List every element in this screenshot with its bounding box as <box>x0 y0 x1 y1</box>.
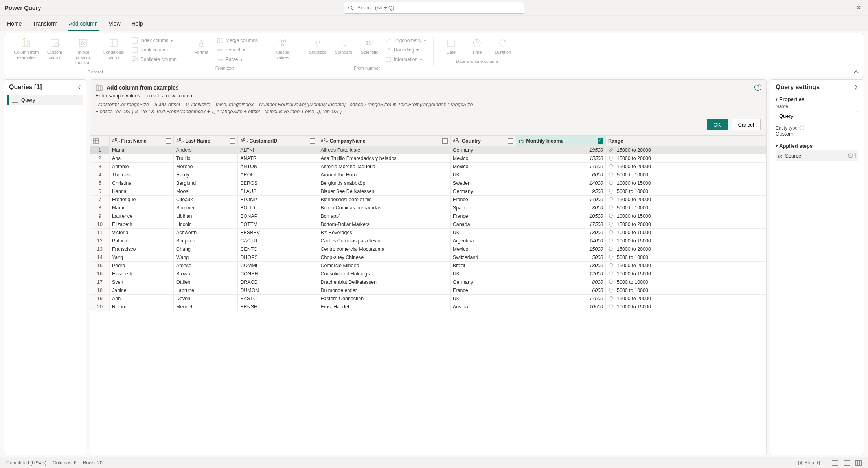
queries-collapse-button[interactable] <box>77 84 81 90</box>
cell-income[interactable]: 6000 <box>516 286 605 295</box>
cell-range[interactable]: 15000 to 20000 <box>606 245 766 253</box>
row-number[interactable]: 12 <box>90 237 110 245</box>
cell-first-name[interactable]: Ana <box>109 154 173 163</box>
row-number[interactable]: 15 <box>90 262 110 270</box>
cell-first-name[interactable]: Thomas <box>109 171 173 179</box>
data-table-scroll[interactable]: ABCFirst Name ABCLast Name ABCCustomerID… <box>90 136 766 455</box>
cell-income[interactable]: 17500 <box>516 163 605 171</box>
cell-company[interactable]: Consolidated Holdings <box>318 270 450 278</box>
cell-range[interactable]: 15000 to 20000 <box>606 262 766 270</box>
cell-company[interactable]: Comércio Mineiro <box>318 262 450 270</box>
cell-company[interactable]: B's Beverages <box>318 229 450 237</box>
cell-last-name[interactable]: Anders <box>174 146 238 154</box>
cell-income[interactable]: 8000 <box>516 278 605 286</box>
cell-income[interactable]: 17000 <box>516 196 605 204</box>
select-table-header[interactable] <box>90 136 110 146</box>
cell-country[interactable]: Sweden <box>450 179 516 187</box>
cell-income[interactable]: 12000 <box>516 270 605 278</box>
cell-last-name[interactable]: Brown <box>174 270 238 278</box>
view-columns-icon[interactable] <box>855 460 862 466</box>
settings-collapse-button[interactable] <box>854 84 858 90</box>
cell-country[interactable]: Germany <box>450 278 516 286</box>
cell-last-name[interactable]: Hardy <box>174 171 238 179</box>
row-number[interactable]: 9 <box>90 212 110 220</box>
table-row[interactable]: 4ThomasHardyAROUTAround the HornUK600050… <box>90 171 766 179</box>
standard-button[interactable]: +−÷× Standard <box>332 36 355 57</box>
table-row[interactable]: 10ElizabethLincolnBOTTMBottom-Dollar Mar… <box>90 220 766 229</box>
row-number[interactable]: 2 <box>90 154 110 163</box>
cell-country[interactable]: Brazil <box>450 262 516 270</box>
row-number[interactable]: 14 <box>90 253 110 262</box>
cell-range[interactable]: 5000 to 10000 <box>606 278 766 286</box>
cell-range[interactable]: 15000 to 20000 <box>606 146 766 154</box>
row-number[interactable]: 8 <box>90 204 110 212</box>
tab-home[interactable]: Home <box>6 18 22 31</box>
extract-button[interactable]: ABCExtract▾ <box>215 46 259 54</box>
cell-country[interactable]: France <box>450 286 516 295</box>
table-row[interactable]: 13FransciscoChangCENTCCentro comercial M… <box>90 245 766 253</box>
cell-company[interactable]: Cactus Comidas para llevar <box>318 237 450 245</box>
cell-customer-id[interactable]: DRACD <box>238 278 318 286</box>
table-row[interactable]: 14YangWangDHOPSChop-suey ChineseSwitzerl… <box>90 253 766 262</box>
table-row[interactable]: 11VictoriaAshworthBESBEVB's BeveragesUK1… <box>90 229 766 237</box>
cell-first-name[interactable]: Victoria <box>109 229 173 237</box>
cell-customer-id[interactable]: CONSH <box>238 270 318 278</box>
query-item[interactable]: Query <box>7 95 83 105</box>
cell-range[interactable]: 10000 to 15000 <box>606 212 766 220</box>
cell-last-name[interactable]: Chang <box>174 245 238 253</box>
table-row[interactable]: 18JanineLabruneDUMONDu monde entierFranc… <box>90 286 766 295</box>
search-box[interactable] <box>344 2 524 14</box>
cell-country[interactable]: Germany <box>450 187 516 196</box>
cell-company[interactable]: Blauer See Delikatessen <box>318 187 450 196</box>
cell-range[interactable]: 5000 to 10000 <box>606 253 766 262</box>
row-number[interactable]: 7 <box>90 196 110 204</box>
table-row[interactable]: 12PatricioSimpsonCACTUCactus Comidas par… <box>90 237 766 245</box>
row-number[interactable]: 10 <box>90 220 110 229</box>
col-first-name[interactable]: ABCFirst Name <box>109 136 173 146</box>
cell-company[interactable]: Centro comercial Moctezuma <box>318 245 450 253</box>
cell-customer-id[interactable]: ALFKI <box>238 146 318 154</box>
col-range[interactable]: Range <box>606 136 766 146</box>
step-prev-icon[interactable] <box>798 461 802 465</box>
table-row[interactable]: 15PedroAfonsoCOMMIComércio MineiroBrazil… <box>90 262 766 270</box>
cell-first-name[interactable]: Janine <box>109 286 173 295</box>
cell-last-name[interactable]: Ashworth <box>174 229 238 237</box>
row-number[interactable]: 20 <box>90 303 110 311</box>
cell-customer-id[interactable]: BONAP <box>238 212 318 220</box>
cell-customer-id[interactable]: BESBEV <box>238 229 318 237</box>
cell-last-name[interactable]: Citeaux <box>174 196 238 204</box>
column-toggle[interactable] <box>230 138 235 144</box>
col-country[interactable]: ABCCountry <box>450 136 516 146</box>
table-row[interactable]: 2AnaTrujilloANATRAna Trujillo Emaredados… <box>90 154 766 163</box>
row-number[interactable]: 11 <box>90 229 110 237</box>
table-row[interactable]: 20RolandMendelERNSHErnst HandelAustria10… <box>90 303 766 311</box>
conditional-column-button[interactable]: Conditional column <box>99 36 128 62</box>
cell-country[interactable]: Mexico <box>450 163 516 171</box>
cell-last-name[interactable]: Mendel <box>174 303 238 311</box>
cell-range[interactable]: 5000 to 10000 <box>606 286 766 295</box>
cell-country[interactable]: UK <box>450 229 516 237</box>
column-toggle[interactable] <box>598 138 603 144</box>
cell-range[interactable]: 10000 to 15000 <box>606 237 766 245</box>
row-number[interactable]: 13 <box>90 245 110 253</box>
row-number[interactable]: 3 <box>90 163 110 171</box>
index-column-button[interactable]: Index column▾ <box>130 37 178 44</box>
cell-first-name[interactable]: Laurence <box>109 212 173 220</box>
search-input[interactable] <box>357 4 520 11</box>
query-name-input[interactable] <box>776 111 858 121</box>
date-button[interactable]: Date <box>439 36 463 57</box>
cell-last-name[interactable]: Simpson <box>174 237 238 245</box>
row-number[interactable]: 19 <box>90 295 110 303</box>
cell-company[interactable]: Around the Horn <box>318 171 450 179</box>
cell-income[interactable]: 14000 <box>516 179 605 187</box>
cell-income[interactable]: 8000 <box>516 204 605 212</box>
step-nav[interactable]: Step <box>798 460 820 466</box>
cell-customer-id[interactable]: DUMON <box>238 286 318 295</box>
cell-customer-id[interactable]: COMMI <box>238 262 318 270</box>
row-number[interactable]: 17 <box>90 278 110 286</box>
cell-country[interactable]: UK <box>450 295 516 303</box>
table-row[interactable]: 7FrédériqueCiteauxBLONPBlondesddsl pére … <box>90 196 766 204</box>
column-toggle[interactable] <box>442 138 448 144</box>
cell-last-name[interactable]: Devon <box>174 295 238 303</box>
merge-columns-button[interactable]: Merge columns <box>215 37 259 44</box>
